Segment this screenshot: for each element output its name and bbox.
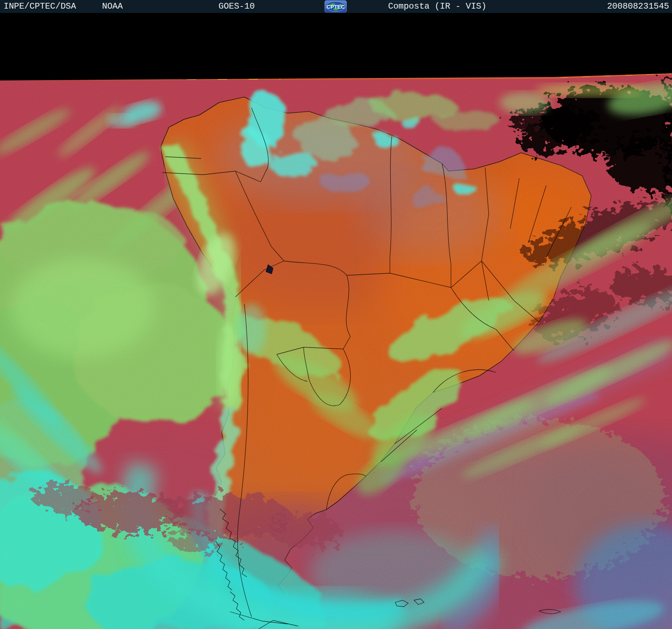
- satellite-label: GOES-10: [218, 0, 255, 13]
- product-label: Composta (IR - VIS): [388, 0, 487, 13]
- cptec-logo: CPTEC: [325, 0, 347, 13]
- agency-label: INPE/CPTEC/DSA: [4, 0, 76, 13]
- image-data-area: [0, 67, 672, 629]
- grain-texture: [0, 67, 672, 629]
- header-bar: INPE/CPTEC/DSA NOAA GOES-10 Composta (IR…: [0, 0, 672, 13]
- noaa-label: NOAA: [102, 0, 123, 13]
- cptec-logo-globe: CPTEC: [325, 0, 347, 13]
- satellite-composite-image: [0, 13, 672, 629]
- timestamp-label: 200808231545: [607, 0, 669, 13]
- cptec-logo-text: CPTEC: [327, 4, 345, 10]
